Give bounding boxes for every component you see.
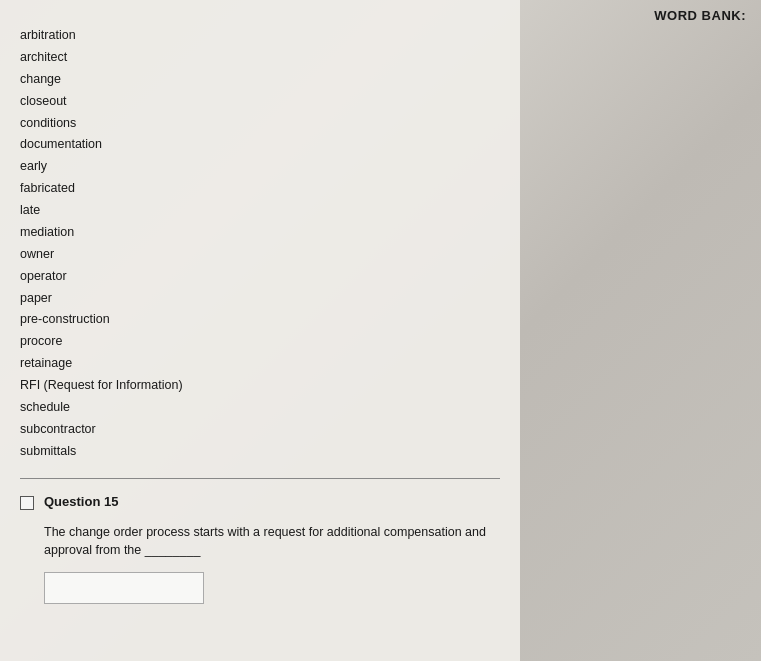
word-list-item: paper: [20, 288, 500, 310]
word-list-item: closeout: [20, 91, 500, 113]
word-list-item: schedule: [20, 397, 500, 419]
word-list-item: late: [20, 200, 500, 222]
word-list-item: fabricated: [20, 178, 500, 200]
word-list-item: conditions: [20, 113, 500, 135]
question-title: Question 15: [44, 494, 500, 509]
word-list-item: operator: [20, 266, 500, 288]
word-list-item: documentation: [20, 134, 500, 156]
word-list-item: change: [20, 69, 500, 91]
question-text: The change order process starts with a r…: [44, 523, 500, 561]
question-content: Question 15 The change order process sta…: [44, 494, 500, 605]
word-list-item: mediation: [20, 222, 500, 244]
answer-input[interactable]: [44, 572, 204, 604]
document-area: arbitrationarchitectchangecloseoutcondit…: [0, 0, 520, 661]
word-bank-section: WORD BANK:: [654, 8, 746, 29]
word-list-item: early: [20, 156, 500, 178]
word-list-item: pre-construction: [20, 309, 500, 331]
word-list-item: architect: [20, 47, 500, 69]
word-list-item: submittals: [20, 441, 500, 463]
word-list-item: owner: [20, 244, 500, 266]
word-list-item: arbitration: [20, 25, 500, 47]
section-divider: [20, 478, 500, 479]
word-list: arbitrationarchitectchangecloseoutcondit…: [20, 25, 500, 463]
word-list-item: subcontractor: [20, 419, 500, 441]
word-list-item: procore: [20, 331, 500, 353]
word-list-item: retainage: [20, 353, 500, 375]
word-list-item: RFI (Request for Information): [20, 375, 500, 397]
question-section: Question 15 The change order process sta…: [20, 494, 500, 605]
word-bank-title: WORD BANK:: [654, 8, 746, 23]
question-checkbox[interactable]: [20, 496, 34, 510]
left-content: arbitrationarchitectchangecloseoutcondit…: [20, 10, 500, 463]
